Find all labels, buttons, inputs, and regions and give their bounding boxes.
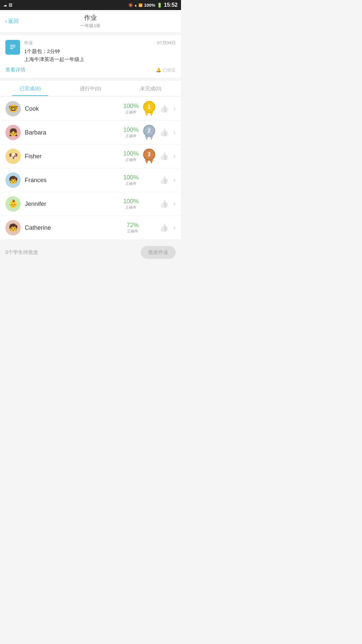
chevron-right-icon: ›	[173, 176, 176, 184]
bell-icon: 🔔	[156, 67, 161, 72]
batch-review-button[interactable]: 批改作业	[141, 246, 176, 259]
score-label: 正确率	[123, 181, 139, 186]
status-bar: ☁ 🖼 🔕 ▲ 📶 100% 🔋 15:52	[0, 0, 181, 10]
table-row[interactable]: 🐶Fisher100%正确率3👍›	[0, 145, 181, 168]
like-button[interactable]: 👍	[160, 200, 169, 208]
back-button[interactable]: ‹ 返回	[5, 18, 19, 25]
time-display: 15:52	[164, 2, 178, 8]
assignment-desc-line1: 1个题包；2分钟	[24, 47, 176, 55]
cloud-icon: ☁	[3, 3, 7, 7]
table-row[interactable]: 🤓Cook100%正确率1👍›	[0, 97, 181, 121]
tab-inprogress[interactable]: 进行中(0)	[60, 81, 121, 96]
tab-incomplete[interactable]: 未完成(0)	[121, 81, 181, 96]
student-name: Frances	[25, 177, 123, 184]
assignment-icon	[5, 40, 20, 55]
student-name: Barbara	[25, 129, 123, 136]
like-button[interactable]: 👍	[160, 223, 169, 232]
bluetooth-icon: 🔕	[128, 3, 133, 7]
remind-label: 已催促	[163, 67, 176, 73]
wifi-icon: ▲	[134, 3, 137, 7]
score-label: 正确率	[123, 133, 139, 139]
back-label: 返回	[8, 18, 19, 25]
student-score: 100%正确率	[123, 103, 139, 115]
avatar: 👶	[5, 196, 21, 212]
chevron-right-icon: ›	[173, 200, 176, 208]
medal-badge: 3	[142, 149, 156, 164]
student-score: 100%正确率	[123, 126, 139, 139]
assignment-date: 07月04日	[157, 40, 176, 46]
svg-rect-0	[10, 45, 15, 46]
student-name: Fisher	[25, 153, 123, 160]
avatar: 👧	[5, 125, 21, 140]
tab-completed-label: 已完成(6)	[19, 86, 41, 91]
page-header: ‹ 返回 作业 一年级1班	[0, 10, 181, 33]
signal-icons: 🔕 ▲ 📶	[128, 3, 142, 7]
assignment-header: 作业 07月04日 1个题包；2分钟 上海牛津英语一起一年级上	[5, 40, 176, 63]
assignment-info: 作业 07月04日 1个题包；2分钟 上海牛津英语一起一年级上	[24, 40, 176, 63]
chevron-right-icon: ›	[173, 128, 176, 137]
table-row[interactable]: 🧒Catherine72%正确率👍›	[0, 216, 181, 240]
avatar: 🧒	[5, 172, 21, 188]
score-label: 正确率	[123, 157, 139, 162]
footer-spacer	[0, 264, 181, 284]
student-list: 🤓Cook100%正确率1👍›👧Barbara100%正确率2👍›🐶Fisher…	[0, 97, 181, 240]
status-right-info: 🔕 ▲ 📶 100% 🔋 15:52	[128, 2, 178, 8]
image-icon: 🖼	[9, 3, 12, 7]
assignment-desc: 1个题包；2分钟 上海牛津英语一起一年级上	[24, 47, 176, 63]
score-label: 正确率	[127, 229, 139, 234]
student-score: 100%正确率	[123, 198, 139, 210]
medal-badge: 2	[142, 125, 156, 140]
student-name: Catherine	[25, 224, 127, 231]
like-button[interactable]: 👍	[160, 104, 169, 113]
student-score: 100%正确率	[123, 150, 139, 162]
chevron-right-icon: ›	[173, 152, 176, 161]
pending-count-text: 0个学生待批改	[5, 249, 38, 256]
student-name: Jennifer	[25, 201, 123, 208]
remind-button[interactable]: 🔔 已催促	[156, 67, 176, 73]
score-percent: 100%	[123, 103, 139, 110]
score-percent: 72%	[127, 222, 139, 229]
back-chevron-icon: ‹	[5, 18, 7, 25]
score-percent: 100%	[123, 150, 139, 157]
signal-icon: 📶	[138, 3, 142, 7]
score-label: 正确率	[123, 205, 139, 210]
score-percent: 100%	[123, 174, 139, 181]
avatar: 🐶	[5, 149, 21, 164]
battery-percent: 100%	[144, 3, 155, 8]
avatar: 🧒	[5, 220, 21, 235]
tabs: 已完成(6) 进行中(0) 未完成(0)	[0, 81, 181, 96]
student-score: 100%正确率	[123, 174, 139, 186]
status-left-icons: ☁ 🖼	[3, 3, 12, 7]
tab-inprogress-label: 进行中(0)	[80, 86, 101, 91]
like-button[interactable]: 👍	[160, 128, 169, 137]
like-button[interactable]: 👍	[160, 152, 169, 161]
student-score: 72%正确率	[127, 222, 139, 234]
assignment-card: 作业 07月04日 1个题包；2分钟 上海牛津英语一起一年级上 查看详情 🔔 已…	[0, 35, 181, 78]
score-percent: 100%	[123, 126, 139, 133]
svg-rect-2	[10, 48, 13, 49]
table-row[interactable]: 👶Jennifer100%正确率👍›	[0, 192, 181, 216]
score-percent: 100%	[123, 198, 139, 205]
bottom-bar: 0个学生待批改 批改作业	[0, 240, 181, 264]
assignment-actions: 查看详情 🔔 已催促	[5, 67, 176, 73]
view-detail-button[interactable]: 查看详情	[5, 67, 25, 73]
page-subtitle: 一年级1班	[0, 23, 181, 29]
assignment-desc-line2: 上海牛津英语一起一年级上	[24, 55, 176, 63]
chevron-right-icon: ›	[173, 223, 176, 232]
medal-badge: 1	[142, 101, 156, 116]
tabs-container: 已完成(6) 进行中(0) 未完成(0)	[0, 81, 181, 96]
like-button[interactable]: 👍	[160, 176, 169, 184]
assignment-label: 作业	[24, 40, 33, 46]
chevron-right-icon: ›	[173, 104, 176, 113]
student-name: Cook	[25, 105, 123, 112]
table-row[interactable]: 🧒Frances100%正确率👍›	[0, 168, 181, 192]
svg-rect-1	[10, 47, 15, 47]
tab-incomplete-label: 未完成(0)	[140, 86, 161, 91]
score-label: 正确率	[123, 110, 139, 115]
table-row[interactable]: 👧Barbara100%正确率2👍›	[0, 121, 181, 145]
avatar: 🤓	[5, 101, 21, 116]
battery-icon: 🔋	[157, 3, 162, 8]
page-title: 作业	[0, 13, 181, 22]
tab-completed[interactable]: 已完成(6)	[0, 81, 60, 96]
